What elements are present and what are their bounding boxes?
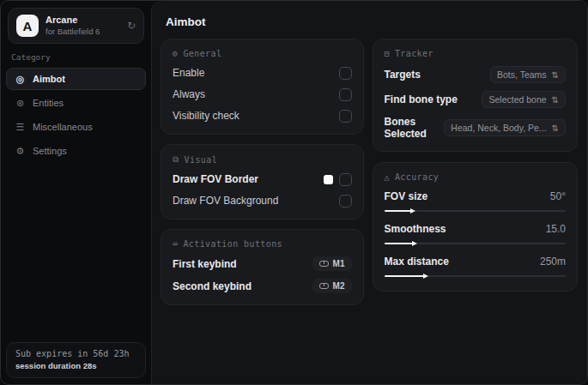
- subscription-box: Sub expires in 56d 23h session duration …: [6, 342, 146, 378]
- sub-expiry-text: Sub expires in 56d 23h: [15, 349, 136, 358]
- tracker-card: ⊟ Tracker Targets Bots, Teams ⇅ Find bon…: [373, 39, 579, 152]
- setting-value: 15.0: [546, 223, 566, 235]
- unfold-icon: ⇅: [552, 70, 559, 80]
- general-card-header: ⚙ General: [173, 49, 352, 58]
- unfold-icon: ⇅: [552, 123, 559, 133]
- mouse-icon: [319, 261, 329, 267]
- sidebar-item-settings[interactable]: ⚙ Settings: [6, 140, 146, 162]
- setting-row-find-bone-type: Find bone type Selected bone ⇅: [385, 91, 567, 108]
- card-title: Activation buttons: [183, 239, 282, 249]
- category-label: Category: [11, 52, 141, 62]
- setting-value: 250m: [540, 256, 566, 268]
- tracker-icon: ⊟: [385, 49, 390, 58]
- setting-row-max-distance: Max distance 250m: [385, 256, 567, 280]
- dropdown-value: Bots, Teams: [497, 69, 547, 80]
- visibility-check-checkbox[interactable]: [339, 110, 352, 123]
- second-keybind-button[interactable]: M2: [312, 279, 352, 293]
- slider-thumb[interactable]: [385, 210, 412, 212]
- card-title: General: [183, 49, 221, 58]
- activation-buttons-card: ⌨ Activation buttons First keybind M1 Se…: [161, 229, 364, 305]
- setting-row-enable: Enable: [173, 66, 352, 80]
- sidebar-item-aimbot[interactable]: ◎ Aimbot: [6, 68, 146, 90]
- visual-card: ⧉ Visual Draw FOV Border Draw FOV Backgr…: [161, 144, 364, 220]
- setting-row-fov-size: FOV size 50°: [385, 190, 567, 214]
- left-column: ⚙ General Enable Always Visibility check: [161, 39, 364, 305]
- fov-size-slider[interactable]: [385, 208, 567, 214]
- setting-row-draw-fov-border: Draw FOV Border: [173, 172, 352, 186]
- draw-fov-border-checkbox[interactable]: [339, 173, 352, 186]
- setting-row-always: Always: [173, 87, 352, 101]
- sidebar-item-label: Entities: [33, 98, 64, 108]
- setting-row-smoothness: Smoothness 15.0: [385, 223, 567, 247]
- app-logo: A: [16, 15, 39, 37]
- keybind-value: M1: [333, 259, 345, 268]
- activation-card-header: ⌨ Activation buttons: [173, 239, 352, 249]
- tracker-card-header: ⊟ Tracker: [385, 49, 567, 58]
- sidebar-item-label: Miscellaneous: [33, 122, 93, 132]
- setting-row-second-keybind: Second keybind M2: [173, 279, 352, 293]
- setting-label: Draw FOV Background: [173, 195, 278, 207]
- gear-icon: ⚙: [173, 49, 178, 58]
- targets-dropdown[interactable]: Bots, Teams ⇅: [490, 66, 566, 83]
- content-columns: ⚙ General Enable Always Visibility check: [152, 28, 588, 305]
- sidebar-nav: ◎ Aimbot ⊛ Entities ☰ Miscellaneous ⚙ Se…: [1, 68, 151, 162]
- card-title: Tracker: [395, 49, 433, 58]
- setting-row-visibility-check: Visibility check: [173, 109, 352, 123]
- card-title: Accuracy: [395, 172, 439, 182]
- sidebar-item-label: Aimbot: [33, 74, 65, 84]
- sidebar-item-label: Settings: [33, 146, 67, 156]
- setting-label: Enable: [173, 67, 204, 79]
- gear-icon: ⚙: [15, 146, 26, 157]
- sidebar-item-entities[interactable]: ⊛ Entities: [6, 92, 146, 114]
- general-card: ⚙ General Enable Always Visibility check: [161, 39, 364, 135]
- max-distance-slider[interactable]: [385, 273, 567, 280]
- color-swatch[interactable]: [324, 175, 333, 184]
- entities-icon: ⊛: [15, 98, 26, 109]
- setting-label: Draw FOV Border: [173, 173, 258, 185]
- setting-value: 50°: [550, 190, 566, 202]
- app-window: A Arcane for Battlefield 6 ↻ Category ◎ …: [0, 0, 588, 385]
- setting-label: Targets: [385, 69, 421, 81]
- sliders-icon: ☰: [15, 122, 26, 133]
- app-name: Arcane: [45, 15, 120, 27]
- setting-label: Always: [173, 88, 205, 100]
- find-bone-type-dropdown[interactable]: Selected bone ⇅: [482, 91, 566, 108]
- dropdown-value: Selected bone: [488, 94, 546, 105]
- first-keybind-button[interactable]: M1: [312, 256, 352, 271]
- right-column: ⊟ Tracker Targets Bots, Teams ⇅ Find bon…: [373, 39, 579, 292]
- brand-card: A Arcane for Battlefield 6 ↻: [8, 8, 144, 44]
- session-duration-text: session duration 28s: [15, 361, 136, 370]
- unfold-icon: ⇅: [552, 95, 559, 105]
- enable-checkbox[interactable]: [339, 67, 352, 80]
- keybind-value: M2: [333, 281, 345, 291]
- setting-label: Visibility check: [173, 110, 239, 122]
- setting-label: Second keybind: [173, 280, 252, 292]
- setting-row-targets: Targets Bots, Teams ⇅: [385, 66, 567, 83]
- keyboard-icon: ⌨: [173, 239, 178, 249]
- setting-label: Smoothness: [385, 223, 446, 235]
- draw-fov-background-checkbox[interactable]: [339, 195, 352, 208]
- bones-selected-dropdown[interactable]: Head, Neck, Body, Pe... ⇅: [444, 119, 566, 136]
- setting-label: FOV size: [385, 190, 428, 202]
- accuracy-card-header: △ Accuracy: [385, 172, 567, 182]
- row-controls: [324, 173, 352, 186]
- refresh-icon[interactable]: ↻: [127, 20, 136, 32]
- setting-label: Find bone type: [385, 93, 458, 105]
- crosshair-icon: ◎: [15, 74, 26, 85]
- card-title: Visual: [185, 155, 218, 165]
- accuracy-card: △ Accuracy FOV size 50°: [373, 162, 579, 292]
- slider-thumb[interactable]: [385, 275, 425, 277]
- setting-row-first-keybind: First keybind M1: [173, 256, 352, 271]
- app-subtitle: for Battlefield 6: [45, 27, 120, 37]
- always-checkbox[interactable]: [339, 88, 352, 101]
- main-panel: Aimbot ⚙ General Enable Always: [151, 1, 588, 385]
- visual-card-header: ⧉ Visual: [173, 154, 352, 165]
- slider-thumb[interactable]: [385, 243, 414, 244]
- setting-row-bones-selected: Bones Selected Head, Neck, Body, Pe... ⇅: [385, 116, 567, 140]
- dropdown-value: Head, Neck, Body, Pe...: [451, 123, 546, 133]
- smoothness-slider[interactable]: [385, 240, 567, 247]
- triangle-icon: △: [385, 172, 390, 182]
- mouse-icon: [319, 283, 329, 289]
- page-title: Aimbot: [152, 1, 588, 28]
- sidebar-item-miscellaneous[interactable]: ☰ Miscellaneous: [6, 116, 146, 138]
